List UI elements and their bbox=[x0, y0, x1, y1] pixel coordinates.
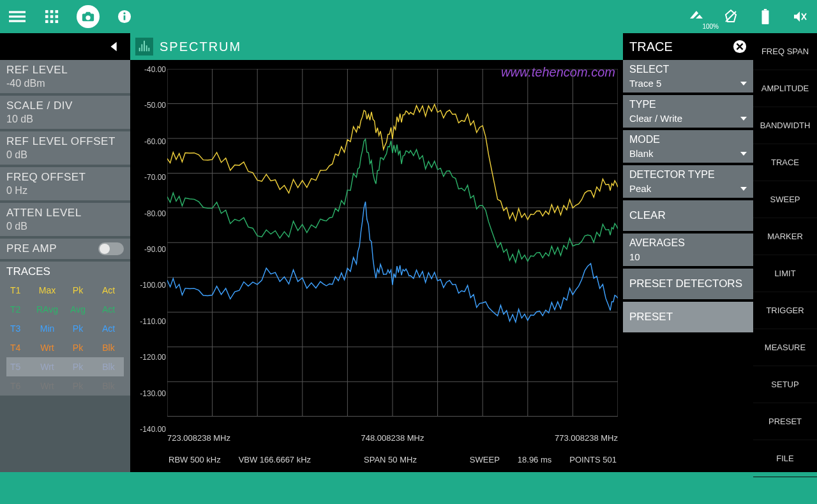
svg-rect-10 bbox=[50, 20, 54, 24]
menu-marker[interactable]: MARKER bbox=[753, 218, 817, 255]
svg-rect-26 bbox=[148, 48, 149, 52]
scale-div-param[interactable]: SCALE / DIV 10 dB bbox=[0, 96, 130, 129]
clear-button[interactable]: CLEAR bbox=[623, 200, 753, 231]
apps-icon[interactable] bbox=[42, 7, 61, 26]
menu-limit[interactable]: LIMIT bbox=[753, 255, 817, 292]
menu-amplitude[interactable]: AMPLITUDE bbox=[753, 70, 817, 107]
battery-icon bbox=[756, 7, 775, 26]
spectrum-title: SPECTRUM bbox=[160, 40, 241, 54]
averages-field[interactable]: AVERAGES 10 bbox=[623, 233, 753, 266]
menu-trace[interactable]: TRACE bbox=[753, 144, 817, 181]
trace-select-dropdown[interactable]: SELECT Trace 5 bbox=[623, 60, 753, 93]
topbar: 100% bbox=[0, 0, 817, 33]
svg-rect-0 bbox=[9, 11, 26, 13]
info-icon[interactable] bbox=[115, 7, 134, 26]
svg-rect-19 bbox=[762, 10, 769, 24]
svg-rect-4 bbox=[50, 10, 54, 13]
bottom-bar bbox=[0, 472, 817, 504]
preset-detectors-button[interactable]: PRESET DETECTORS bbox=[623, 269, 753, 299]
chevron-down-icon bbox=[740, 82, 747, 85]
chevron-down-icon bbox=[740, 117, 747, 121]
toggle-icon[interactable] bbox=[98, 242, 124, 255]
svg-rect-18 bbox=[764, 9, 767, 10]
freq-offset-param[interactable]: FREQ OFFSET 0 Hz bbox=[0, 167, 130, 200]
trace-row[interactable]: T4WrtPkBlk bbox=[6, 338, 124, 357]
trace-row[interactable]: T3MinPkAct bbox=[6, 319, 124, 338]
svg-rect-2 bbox=[9, 20, 26, 22]
menu-preset[interactable]: PRESET bbox=[753, 403, 817, 440]
chevron-down-icon bbox=[740, 152, 747, 156]
svg-rect-6 bbox=[45, 15, 49, 19]
atten-level-param[interactable]: ATTEN LEVEL 0 dB bbox=[0, 203, 130, 236]
volume-off-icon[interactable] bbox=[790, 7, 809, 26]
svg-rect-1 bbox=[9, 15, 26, 17]
trace-panel-title: TRACE bbox=[629, 40, 673, 54]
menu-icon[interactable] bbox=[8, 7, 27, 26]
chevron-down-icon bbox=[740, 187, 747, 191]
svg-rect-5 bbox=[56, 10, 59, 13]
trace-row[interactable]: T6WrtPkBlk bbox=[6, 376, 124, 396]
svg-rect-13 bbox=[124, 15, 126, 20]
spectrum-icon bbox=[135, 38, 153, 56]
svg-rect-11 bbox=[56, 20, 59, 24]
menu-freq-span[interactable]: FREQ SPAN bbox=[753, 33, 817, 70]
svg-rect-22 bbox=[139, 48, 140, 52]
menu-measure[interactable]: MEASURE bbox=[753, 329, 817, 366]
trace-mode-dropdown[interactable]: MODE Blank bbox=[623, 130, 753, 163]
menu-trigger[interactable]: TRIGGER bbox=[753, 292, 817, 329]
trace-type-dropdown[interactable]: TYPE Clear / Write bbox=[623, 95, 753, 128]
preset-button[interactable]: PRESET bbox=[623, 302, 753, 332]
svg-rect-9 bbox=[45, 20, 49, 24]
svg-rect-23 bbox=[141, 44, 142, 51]
battery-percent: 100% bbox=[702, 23, 719, 30]
back-button[interactable] bbox=[0, 33, 130, 60]
gps-off-icon[interactable] bbox=[721, 7, 740, 26]
trace-row[interactable]: T5WrtPkBlk bbox=[6, 357, 124, 376]
sweep-info: RBW 500 kHz VBW 166.6667 kHz SPAN 50 MHz… bbox=[130, 447, 623, 472]
menu-setup[interactable]: SETUP bbox=[753, 366, 817, 403]
menu-file[interactable]: FILE bbox=[753, 440, 817, 477]
svg-rect-24 bbox=[144, 41, 145, 52]
svg-point-14 bbox=[123, 12, 125, 14]
preamp-toggle[interactable]: PRE AMP bbox=[0, 239, 130, 259]
menu-sweep[interactable]: SWEEP bbox=[753, 181, 817, 218]
spectrum-plot[interactable] bbox=[167, 69, 618, 417]
y-axis-labels: -40.00-50.00-60.00-70.00-80.00-90.00-100… bbox=[134, 65, 166, 434]
svg-rect-8 bbox=[56, 15, 59, 19]
traces-list: TRACES T1MaxPkActT2RAvgAvgActT3MinPkActT… bbox=[0, 262, 130, 396]
settings-panel: REF LEVEL -40 dBm SCALE / DIV 10 dB REF … bbox=[0, 33, 130, 472]
svg-rect-25 bbox=[146, 45, 147, 51]
ref-level-param[interactable]: REF LEVEL -40 dBm bbox=[0, 60, 130, 93]
ref-offset-param[interactable]: REF LEVEL OFFSET 0 dB bbox=[0, 131, 130, 165]
right-menu: FREQ SPANAMPLITUDEBANDWIDTHTRACESWEEPMAR… bbox=[753, 33, 817, 472]
spectrum-view: SPECTRUM www.tehencom.com -40.00-50.00-6… bbox=[130, 33, 623, 472]
svg-rect-7 bbox=[50, 15, 54, 19]
camera-button[interactable] bbox=[77, 5, 100, 28]
svg-rect-3 bbox=[45, 10, 49, 13]
x-axis-labels: 723.008238 MHz 748.008238 MHz 773.008238… bbox=[167, 433, 618, 443]
detector-type-dropdown[interactable]: DETECTOR TYPE Peak bbox=[623, 165, 753, 198]
trace-panel: TRACE SELECT Trace 5 TYPE Clear / Write … bbox=[623, 33, 753, 472]
menu-bandwidth[interactable]: BANDWIDTH bbox=[753, 107, 817, 144]
close-icon[interactable] bbox=[733, 40, 747, 54]
trace-row[interactable]: T2RAvgAvgAct bbox=[6, 300, 124, 319]
trace-row[interactable]: T1MaxPkAct bbox=[6, 281, 124, 300]
